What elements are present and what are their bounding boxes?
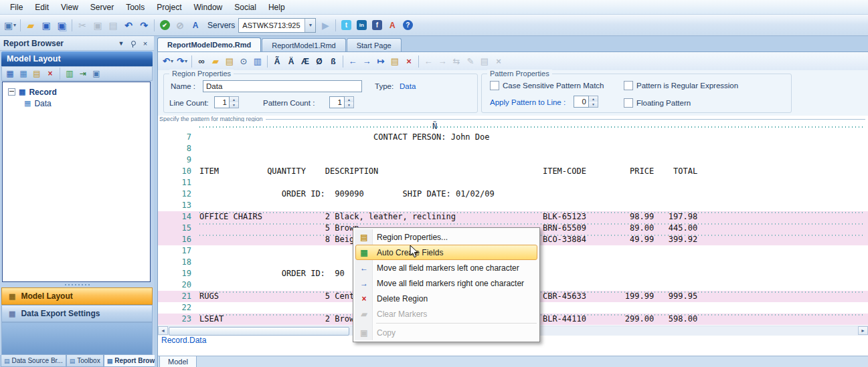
redo-icon[interactable]: ↷▾: [175, 55, 189, 68]
view-form-icon[interactable]: ▤: [223, 55, 236, 68]
paste-icon[interactable]: ▤: [106, 18, 120, 33]
spin-down-icon[interactable]: ▼: [230, 102, 238, 108]
cut-icon[interactable]: ✂: [75, 18, 90, 33]
region-properties-icon[interactable]: ▤: [31, 68, 43, 80]
model-layout-button[interactable]: ▦ Model Layout: [1, 287, 153, 305]
undo-icon[interactable]: ↶: [121, 18, 136, 33]
redo-icon[interactable]: ↷: [137, 18, 151, 33]
stop-icon[interactable]: ⊘: [173, 18, 187, 33]
facebook-icon[interactable]: f: [369, 18, 384, 33]
panel-tab-toolbox[interactable]: ▤Toolbox: [66, 355, 104, 367]
case-sensitive-checkbox[interactable]: Case Sensitive Pattern Match: [490, 81, 604, 90]
marker-tab-icon[interactable]: ↦: [374, 55, 387, 68]
spin-up-icon[interactable]: ▲: [589, 96, 598, 102]
menu-social[interactable]: Social: [228, 1, 262, 14]
delete-region-icon[interactable]: ×: [44, 68, 56, 80]
char-sharp-s-icon[interactable]: ß: [327, 55, 340, 68]
server-combobox[interactable]: ASTWKS713:925 ▼: [238, 18, 316, 33]
doc-tab-start-page[interactable]: Start Page: [347, 38, 402, 51]
menu-file[interactable]: File: [4, 1, 29, 14]
char-ae-icon[interactable]: Æ: [298, 55, 312, 68]
tree-node-record[interactable]: ▦ Record: [3, 86, 150, 98]
chevron-down-icon[interactable]: ▼: [305, 19, 315, 32]
apply-pattern-stepper[interactable]: 0 ▲▼: [574, 96, 598, 108]
close-icon[interactable]: ×: [140, 38, 151, 48]
scroll-left-icon[interactable]: ◄: [158, 326, 168, 335]
spin-up-icon[interactable]: ▲: [230, 97, 238, 102]
paste-fields-icon[interactable]: ▤: [388, 55, 402, 68]
menu-view[interactable]: View: [55, 1, 84, 14]
menu-help[interactable]: Help: [262, 1, 291, 14]
char-a-tilde-icon[interactable]: Ã: [270, 55, 284, 68]
panel-tab-report-browser[interactable]: ▤Report Browser: [104, 355, 155, 367]
nudge-left-icon[interactable]: ←: [422, 55, 435, 68]
copy-icon[interactable]: ▣: [90, 18, 105, 33]
save-all-icon[interactable]: ▣: [54, 18, 69, 33]
report-line-7[interactable]: 7 CONTACT PERSON: John Doe: [158, 132, 868, 143]
panel-tab-data-source-br[interactable]: ▤Data Source Br...: [1, 355, 66, 367]
scroll-right-icon[interactable]: ►: [858, 326, 868, 335]
report-line-12[interactable]: 12 ORDER ID: 909090 SHIP DATE: 01/02/09: [158, 189, 868, 200]
marker-left-icon[interactable]: ←: [346, 55, 359, 68]
clear-icon[interactable]: ×: [492, 55, 505, 68]
form-icon[interactable]: ▤: [478, 55, 491, 68]
run-icon[interactable]: ▶: [318, 18, 333, 33]
chart-icon[interactable]: ▥: [251, 55, 264, 68]
menu-project[interactable]: Project: [151, 1, 187, 14]
add-record-icon[interactable]: ▦: [4, 68, 16, 80]
spin-down-icon[interactable]: ▼: [589, 102, 598, 107]
menu-edit[interactable]: Edit: [29, 1, 55, 14]
swap-markers-icon[interactable]: ⇆: [450, 55, 463, 68]
font-color-icon[interactable]: A: [385, 18, 400, 33]
doc-tab-reportmodel1-rmd[interactable]: ReportModel1.Rmd: [262, 38, 345, 51]
new-window-icon[interactable]: ▣▾: [3, 18, 17, 33]
menu-item-clear-markers[interactable]: ▰Clear Markers: [355, 306, 538, 322]
font-icon[interactable]: A: [188, 18, 203, 33]
zoom-icon[interactable]: ⊙: [237, 55, 250, 68]
delete-region-icon[interactable]: ×: [402, 55, 416, 68]
edit-pattern-icon[interactable]: ✎: [464, 55, 477, 68]
nudge-right-icon[interactable]: →: [436, 55, 449, 68]
doc-tab-reportmodeldemo-rmd[interactable]: ReportModelDemo.Rmd: [157, 37, 261, 51]
menu-item-move-all-field-markers-left-one-character[interactable]: ←Move all field markers left one charact…: [355, 260, 538, 275]
help-icon[interactable]: ?: [400, 18, 415, 33]
scrollbar-thumb[interactable]: [169, 327, 349, 336]
menu-tools[interactable]: Tools: [120, 1, 151, 14]
pattern-editor-row[interactable]: Ñ: [158, 122, 868, 132]
linkedin-icon[interactable]: in: [354, 18, 369, 33]
pin-icon[interactable]: [128, 38, 139, 48]
report-line-10[interactable]: 10ITEM QUANTITY DESCRIPTION ITEM-CODE PR…: [158, 166, 868, 177]
menu-server[interactable]: Server: [84, 1, 120, 14]
find-icon[interactable]: ∞: [195, 55, 208, 68]
menu-item-copy[interactable]: ▣Copy: [355, 325, 538, 340]
data-export-settings-button[interactable]: ▦ Data Export Settings: [1, 305, 153, 322]
auto-create-fields-icon[interactable]: ▥: [64, 68, 76, 80]
open-folder-icon[interactable]: ▰: [23, 18, 38, 33]
spin-down-icon[interactable]: ▼: [345, 102, 353, 108]
add-region-icon[interactable]: ▦: [17, 68, 29, 80]
report-line-11[interactable]: 11: [158, 177, 868, 189]
report-line-13[interactable]: 13: [158, 200, 868, 211]
splitter-grip[interactable]: [0, 283, 154, 287]
report-line-8[interactable]: 8: [158, 143, 868, 154]
menu-window[interactable]: Window: [188, 1, 229, 14]
tree-node-data[interactable]: ▦ Data: [3, 98, 150, 109]
validate-icon[interactable]: ✔: [157, 18, 172, 33]
spin-up-icon[interactable]: ▲: [345, 97, 353, 102]
char-o-stroke-icon[interactable]: Ø: [313, 55, 326, 68]
undo-icon[interactable]: ↶▾: [161, 55, 175, 68]
twitter-icon[interactable]: t: [339, 18, 353, 33]
marker-right-icon[interactable]: →: [360, 55, 373, 68]
menu-item-region-properties[interactable]: ▤Region Properties...: [355, 229, 538, 245]
menu-item-delete-region[interactable]: ×Delete Region: [355, 291, 538, 306]
pattern-count-stepper[interactable]: 1 ▲▼: [329, 96, 354, 108]
region-name-input[interactable]: [203, 80, 362, 92]
floating-pattern-checkbox[interactable]: Floating Pattern: [624, 98, 691, 108]
chevron-down-icon[interactable]: ▼: [116, 38, 126, 48]
menu-item-move-all-field-markers-right-one-character[interactable]: →Move all field markers right one charac…: [355, 275, 538, 291]
report-line-9[interactable]: 9: [158, 154, 868, 166]
collapse-icon[interactable]: [8, 88, 15, 96]
tab-model[interactable]: Model: [159, 356, 197, 367]
import-model-icon[interactable]: ⇥: [77, 68, 89, 80]
save-icon[interactable]: ▣: [39, 18, 54, 33]
